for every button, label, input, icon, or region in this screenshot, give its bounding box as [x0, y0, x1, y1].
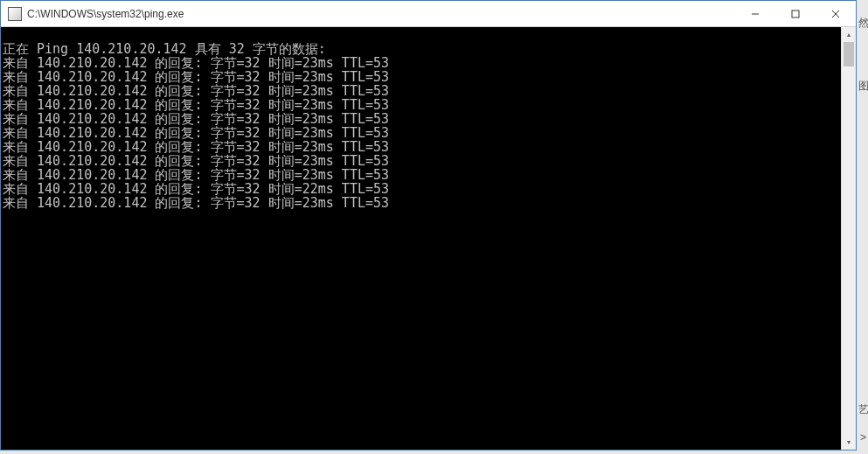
close-button[interactable] — [816, 1, 856, 26]
ping-reply-line: 来自 140.210.20.142 的回复: 字节=32 时间=23ms TTL… — [3, 84, 839, 98]
ping-reply-line: 来自 140.210.20.142 的回复: 字节=32 时间=23ms TTL… — [3, 140, 839, 154]
console-output[interactable]: 正在 Ping 140.210.20.142 具有 32 字节的数据:来自 14… — [1, 27, 841, 450]
ping-reply-line: 来自 140.210.20.142 的回复: 字节=32 时间=23ms TTL… — [3, 154, 839, 168]
scroll-down-arrow-icon[interactable]: ▾ — [842, 435, 856, 450]
svg-rect-1 — [792, 10, 799, 17]
background-char: 艺 — [858, 402, 868, 417]
scroll-up-arrow-icon[interactable]: ▴ — [842, 27, 856, 42]
ping-reply-line: 来自 140.210.20.142 的回复: 字节=32 时间=23ms TTL… — [3, 126, 839, 140]
ping-reply-line: 来自 140.210.20.142 的回复: 字节=32 时间=23ms TTL… — [3, 168, 839, 182]
app-icon — [8, 7, 22, 21]
ping-reply-line: 来自 140.210.20.142 的回复: 字节=32 时间=23ms TTL… — [3, 112, 839, 126]
maximize-icon — [791, 10, 800, 18]
background-char: 然 — [858, 16, 868, 31]
console-line — [3, 28, 839, 42]
ping-reply-line: 来自 140.210.20.142 的回复: 字节=32 时间=23ms TTL… — [3, 56, 839, 70]
ping-reply-line: 来自 140.210.20.142 的回复: 字节=32 时间=23ms TTL… — [3, 98, 839, 112]
scroll-thumb[interactable] — [844, 42, 854, 66]
scroll-track[interactable] — [842, 42, 856, 435]
ping-reply-line: 来自 140.210.20.142 的回复: 字节=32 时间=22ms TTL… — [3, 182, 839, 196]
ping-reply-line: 来自 140.210.20.142 的回复: 字节=32 时间=23ms TTL… — [3, 196, 839, 210]
minimize-icon — [751, 10, 760, 18]
titlebar[interactable]: C:\WINDOWS\system32\ping.exe — [1, 1, 856, 27]
vertical-scrollbar[interactable]: ▴ ▾ — [841, 27, 856, 450]
close-icon — [831, 10, 840, 18]
minimize-button[interactable] — [735, 1, 775, 26]
ping-reply-line: 来自 140.210.20.142 的回复: 字节=32 时间=23ms TTL… — [3, 70, 839, 84]
maximize-button[interactable] — [775, 1, 816, 26]
console-window: C:\WINDOWS\system32\ping.exe 正在 Ping 140… — [0, 0, 857, 451]
background-char: 图 — [858, 79, 868, 94]
ping-header-line: 正在 Ping 140.210.20.142 具有 32 字节的数据: — [3, 42, 839, 56]
client-area: 正在 Ping 140.210.20.142 具有 32 字节的数据:来自 14… — [1, 27, 856, 450]
window-controls — [735, 1, 856, 26]
background-char: > — [858, 431, 868, 444]
window-title: C:\WINDOWS\system32\ping.exe — [27, 8, 735, 20]
